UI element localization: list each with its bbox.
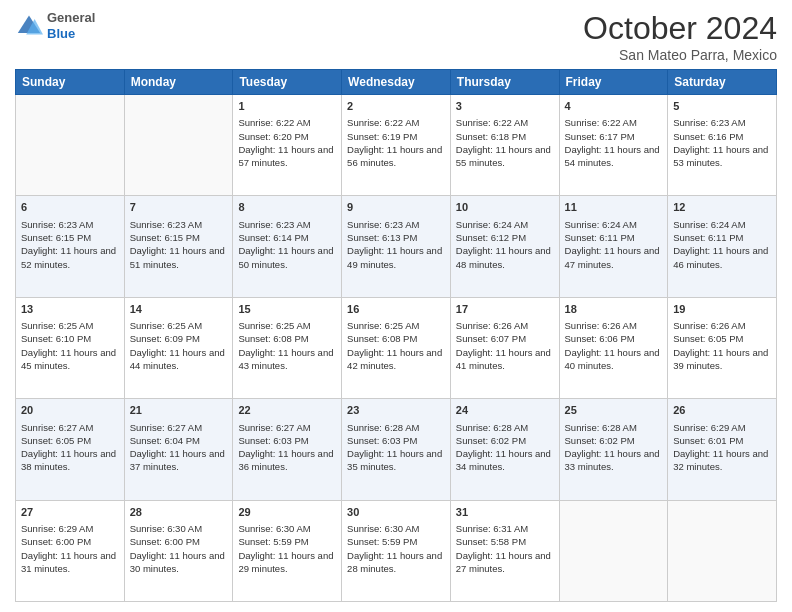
calendar-day-header: Thursday bbox=[450, 70, 559, 95]
daylight-text: Daylight: 11 hours and 54 minutes. bbox=[565, 144, 660, 168]
daylight-text: Daylight: 11 hours and 42 minutes. bbox=[347, 347, 442, 371]
day-number: 24 bbox=[456, 403, 554, 418]
daylight-text: Daylight: 11 hours and 35 minutes. bbox=[347, 448, 442, 472]
daylight-text: Daylight: 11 hours and 41 minutes. bbox=[456, 347, 551, 371]
sunset-text: Sunset: 6:06 PM bbox=[565, 333, 635, 344]
calendar-cell: 13Sunrise: 6:25 AMSunset: 6:10 PMDayligh… bbox=[16, 297, 125, 398]
daylight-text: Daylight: 11 hours and 46 minutes. bbox=[673, 245, 768, 269]
calendar-cell: 8Sunrise: 6:23 AMSunset: 6:14 PMDaylight… bbox=[233, 196, 342, 297]
page: General Blue October 2024 San Mateo Parr… bbox=[0, 0, 792, 612]
location: San Mateo Parra, Mexico bbox=[583, 47, 777, 63]
calendar-cell bbox=[16, 95, 125, 196]
sunrise-text: Sunrise: 6:28 AM bbox=[456, 422, 528, 433]
calendar-cell: 16Sunrise: 6:25 AMSunset: 6:08 PMDayligh… bbox=[342, 297, 451, 398]
calendar-cell: 18Sunrise: 6:26 AMSunset: 6:06 PMDayligh… bbox=[559, 297, 668, 398]
day-number: 26 bbox=[673, 403, 771, 418]
sunset-text: Sunset: 6:05 PM bbox=[673, 333, 743, 344]
sunset-text: Sunset: 6:02 PM bbox=[456, 435, 526, 446]
calendar-week-row: 1Sunrise: 6:22 AMSunset: 6:20 PMDaylight… bbox=[16, 95, 777, 196]
day-number: 6 bbox=[21, 200, 119, 215]
sunset-text: Sunset: 6:08 PM bbox=[347, 333, 417, 344]
daylight-text: Daylight: 11 hours and 36 minutes. bbox=[238, 448, 333, 472]
day-number: 1 bbox=[238, 99, 336, 114]
sunrise-text: Sunrise: 6:27 AM bbox=[130, 422, 202, 433]
sunrise-text: Sunrise: 6:24 AM bbox=[456, 219, 528, 230]
calendar-cell: 6Sunrise: 6:23 AMSunset: 6:15 PMDaylight… bbox=[16, 196, 125, 297]
sunset-text: Sunset: 5:59 PM bbox=[347, 536, 417, 547]
sunrise-text: Sunrise: 6:28 AM bbox=[565, 422, 637, 433]
sunset-text: Sunset: 6:09 PM bbox=[130, 333, 200, 344]
daylight-text: Daylight: 11 hours and 27 minutes. bbox=[456, 550, 551, 574]
daylight-text: Daylight: 11 hours and 30 minutes. bbox=[130, 550, 225, 574]
calendar-week-row: 6Sunrise: 6:23 AMSunset: 6:15 PMDaylight… bbox=[16, 196, 777, 297]
calendar: SundayMondayTuesdayWednesdayThursdayFrid… bbox=[15, 69, 777, 602]
calendar-cell: 2Sunrise: 6:22 AMSunset: 6:19 PMDaylight… bbox=[342, 95, 451, 196]
daylight-text: Daylight: 11 hours and 39 minutes. bbox=[673, 347, 768, 371]
logo-text: General Blue bbox=[47, 10, 95, 41]
sunrise-text: Sunrise: 6:30 AM bbox=[347, 523, 419, 534]
daylight-text: Daylight: 11 hours and 53 minutes. bbox=[673, 144, 768, 168]
daylight-text: Daylight: 11 hours and 31 minutes. bbox=[21, 550, 116, 574]
sunset-text: Sunset: 5:59 PM bbox=[238, 536, 308, 547]
calendar-cell: 7Sunrise: 6:23 AMSunset: 6:15 PMDaylight… bbox=[124, 196, 233, 297]
calendar-cell: 12Sunrise: 6:24 AMSunset: 6:11 PMDayligh… bbox=[668, 196, 777, 297]
sunset-text: Sunset: 5:58 PM bbox=[456, 536, 526, 547]
calendar-cell: 1Sunrise: 6:22 AMSunset: 6:20 PMDaylight… bbox=[233, 95, 342, 196]
daylight-text: Daylight: 11 hours and 51 minutes. bbox=[130, 245, 225, 269]
daylight-text: Daylight: 11 hours and 48 minutes. bbox=[456, 245, 551, 269]
calendar-cell: 10Sunrise: 6:24 AMSunset: 6:12 PMDayligh… bbox=[450, 196, 559, 297]
sunset-text: Sunset: 6:19 PM bbox=[347, 131, 417, 142]
day-number: 21 bbox=[130, 403, 228, 418]
day-number: 18 bbox=[565, 302, 663, 317]
calendar-header-row: SundayMondayTuesdayWednesdayThursdayFrid… bbox=[16, 70, 777, 95]
calendar-cell: 27Sunrise: 6:29 AMSunset: 6:00 PMDayligh… bbox=[16, 500, 125, 601]
sunrise-text: Sunrise: 6:28 AM bbox=[347, 422, 419, 433]
sunset-text: Sunset: 6:11 PM bbox=[673, 232, 743, 243]
calendar-cell: 26Sunrise: 6:29 AMSunset: 6:01 PMDayligh… bbox=[668, 399, 777, 500]
sunrise-text: Sunrise: 6:29 AM bbox=[673, 422, 745, 433]
day-number: 13 bbox=[21, 302, 119, 317]
sunrise-text: Sunrise: 6:27 AM bbox=[238, 422, 310, 433]
calendar-cell: 24Sunrise: 6:28 AMSunset: 6:02 PMDayligh… bbox=[450, 399, 559, 500]
sunrise-text: Sunrise: 6:22 AM bbox=[456, 117, 528, 128]
sunset-text: Sunset: 6:08 PM bbox=[238, 333, 308, 344]
calendar-cell: 19Sunrise: 6:26 AMSunset: 6:05 PMDayligh… bbox=[668, 297, 777, 398]
day-number: 28 bbox=[130, 505, 228, 520]
calendar-cell: 28Sunrise: 6:30 AMSunset: 6:00 PMDayligh… bbox=[124, 500, 233, 601]
sunrise-text: Sunrise: 6:29 AM bbox=[21, 523, 93, 534]
sunset-text: Sunset: 6:18 PM bbox=[456, 131, 526, 142]
day-number: 31 bbox=[456, 505, 554, 520]
day-number: 27 bbox=[21, 505, 119, 520]
sunrise-text: Sunrise: 6:26 AM bbox=[565, 320, 637, 331]
daylight-text: Daylight: 11 hours and 57 minutes. bbox=[238, 144, 333, 168]
day-number: 22 bbox=[238, 403, 336, 418]
logo: General Blue bbox=[15, 10, 95, 41]
daylight-text: Daylight: 11 hours and 33 minutes. bbox=[565, 448, 660, 472]
sunset-text: Sunset: 6:00 PM bbox=[21, 536, 91, 547]
daylight-text: Daylight: 11 hours and 38 minutes. bbox=[21, 448, 116, 472]
sunrise-text: Sunrise: 6:23 AM bbox=[673, 117, 745, 128]
daylight-text: Daylight: 11 hours and 32 minutes. bbox=[673, 448, 768, 472]
day-number: 7 bbox=[130, 200, 228, 215]
sunset-text: Sunset: 6:05 PM bbox=[21, 435, 91, 446]
sunset-text: Sunset: 6:03 PM bbox=[238, 435, 308, 446]
sunrise-text: Sunrise: 6:25 AM bbox=[347, 320, 419, 331]
calendar-cell: 15Sunrise: 6:25 AMSunset: 6:08 PMDayligh… bbox=[233, 297, 342, 398]
day-number: 9 bbox=[347, 200, 445, 215]
sunrise-text: Sunrise: 6:23 AM bbox=[130, 219, 202, 230]
sunrise-text: Sunrise: 6:23 AM bbox=[347, 219, 419, 230]
calendar-cell: 9Sunrise: 6:23 AMSunset: 6:13 PMDaylight… bbox=[342, 196, 451, 297]
calendar-cell: 14Sunrise: 6:25 AMSunset: 6:09 PMDayligh… bbox=[124, 297, 233, 398]
calendar-cell: 4Sunrise: 6:22 AMSunset: 6:17 PMDaylight… bbox=[559, 95, 668, 196]
sunrise-text: Sunrise: 6:26 AM bbox=[456, 320, 528, 331]
calendar-cell: 17Sunrise: 6:26 AMSunset: 6:07 PMDayligh… bbox=[450, 297, 559, 398]
day-number: 25 bbox=[565, 403, 663, 418]
calendar-cell: 30Sunrise: 6:30 AMSunset: 5:59 PMDayligh… bbox=[342, 500, 451, 601]
calendar-cell: 23Sunrise: 6:28 AMSunset: 6:03 PMDayligh… bbox=[342, 399, 451, 500]
sunset-text: Sunset: 6:13 PM bbox=[347, 232, 417, 243]
daylight-text: Daylight: 11 hours and 55 minutes. bbox=[456, 144, 551, 168]
daylight-text: Daylight: 11 hours and 43 minutes. bbox=[238, 347, 333, 371]
day-number: 3 bbox=[456, 99, 554, 114]
sunrise-text: Sunrise: 6:30 AM bbox=[130, 523, 202, 534]
calendar-day-header: Tuesday bbox=[233, 70, 342, 95]
